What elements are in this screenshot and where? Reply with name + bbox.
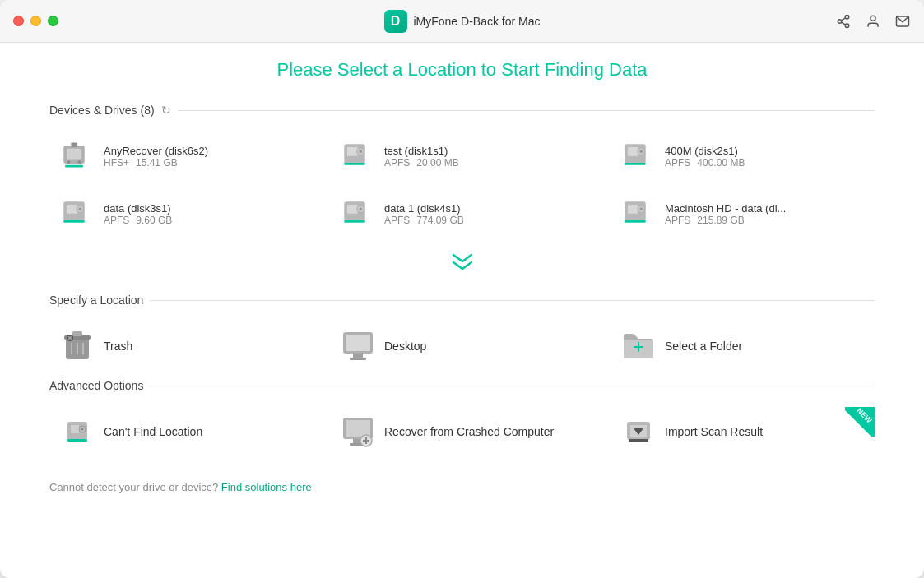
location-item-trash[interactable]: Trash	[49, 321, 313, 371]
drive-item-macintosh[interactable]: Macintosh HD - data (di... APFS 215.89 G…	[611, 189, 875, 238]
svg-rect-8	[67, 149, 81, 160]
usb-drive-icon	[58, 138, 91, 171]
drive-size: 20.00 MB	[416, 157, 458, 169]
drive-item-data[interactable]: data (disk3s1) APFS 9.60 GB	[49, 189, 313, 238]
minimize-button[interactable]	[30, 16, 41, 26]
hdd-icon	[338, 138, 371, 171]
app-icon: D	[383, 10, 406, 33]
drive-fs: HFS+	[104, 157, 129, 169]
expand-button[interactable]	[49, 247, 875, 282]
maximize-button[interactable]	[48, 16, 58, 26]
drive-name: data 1 (disk4s1)	[384, 202, 464, 215]
footer-link[interactable]: Find solutions here	[221, 481, 312, 493]
drive-icon-wrap	[338, 138, 374, 174]
folder-icon	[622, 330, 655, 363]
svg-line-3	[841, 22, 845, 25]
svg-rect-52	[638, 342, 639, 352]
drive-size: 9.60 GB	[136, 215, 172, 226]
svg-rect-19	[628, 147, 638, 156]
drive-icon-wrap	[338, 196, 374, 232]
svg-rect-24	[67, 205, 77, 214]
location-divider	[150, 300, 875, 301]
svg-rect-57	[67, 439, 87, 442]
drive-meta: APFS 20.00 MB	[384, 157, 459, 169]
svg-rect-37	[625, 220, 645, 223]
advanced-item-recover-crashed[interactable]: Recover from Crashed Computer	[330, 407, 594, 456]
svg-rect-54	[71, 425, 79, 433]
location-label-desktop: Desktop	[384, 340, 426, 353]
advanced-section-header: Advanced Options	[49, 379, 875, 392]
drive-name: AnyRecover (disk6s2)	[104, 145, 208, 157]
drive-meta: APFS 400.00 MB	[665, 157, 745, 169]
drive-size: 400.00 MB	[697, 157, 745, 169]
footer: Cannot detect your drive or device? Find…	[49, 481, 875, 502]
desktop-icon	[341, 330, 374, 363]
drive-name: test (disk1s1)	[384, 145, 459, 157]
advanced-item-cant-find[interactable]: Can't Find Location	[49, 407, 313, 456]
drive-fs: APFS	[665, 157, 690, 169]
mail-icon[interactable]	[894, 13, 911, 30]
svg-point-36	[639, 208, 643, 211]
drive-info-data1: data 1 (disk4s1) APFS 774.09 GB	[384, 202, 464, 226]
drive-item-400m[interactable]: 400M (disk2s1) APFS 400.00 MB	[611, 132, 875, 181]
advanced-grid: Can't Find Location Recover from Crashe	[49, 407, 875, 456]
svg-rect-22	[625, 163, 645, 165]
recover-crashed-icon	[341, 415, 374, 448]
svg-rect-32	[344, 220, 364, 223]
drive-name: 400M (disk2s1)	[665, 145, 745, 157]
svg-rect-9	[71, 142, 77, 146]
drive-fs: APFS	[384, 215, 410, 226]
import-scan-label: Import Scan Result	[665, 425, 763, 438]
recover-crashed-label: Recover from Crashed Computer	[384, 425, 554, 438]
trash-icon	[61, 330, 94, 363]
svg-point-31	[359, 208, 362, 211]
svg-point-1	[838, 19, 842, 23]
refresh-icon[interactable]: ↻	[161, 104, 171, 117]
svg-point-21	[639, 150, 643, 154]
svg-point-11	[78, 160, 81, 164]
location-label-trash: Trash	[104, 340, 132, 353]
drive-info-anyrecover: AnyRecover (disk6s2) HFS+ 15.41 GB	[104, 145, 208, 169]
hdd-icon	[619, 196, 652, 229]
drive-item-anyrecover[interactable]: AnyRecover (disk6s2) HFS+ 15.41 GB	[49, 132, 313, 181]
user-icon[interactable]	[865, 13, 881, 30]
advanced-section-title: Advanced Options	[49, 379, 143, 392]
svg-rect-48	[346, 335, 370, 351]
svg-point-10	[67, 160, 71, 164]
drive-fs: APFS	[665, 215, 690, 226]
drive-icon-wrap	[58, 138, 94, 174]
drives-grid: AnyRecover (disk6s2) HFS+ 15.41 GB	[49, 132, 875, 238]
close-button[interactable]	[13, 16, 24, 26]
drive-name: Macintosh HD - data (di...	[665, 202, 786, 215]
advanced-item-import-scan[interactable]: Import Scan Result NEW	[611, 407, 875, 456]
devices-section-header: Devices & Drives (8) ↻	[49, 104, 875, 117]
drive-info-macintosh: Macintosh HD - data (di... APFS 215.89 G…	[665, 202, 786, 226]
share-icon[interactable]	[835, 13, 852, 30]
svg-point-56	[81, 428, 84, 431]
drive-info-test: test (disk1s1) APFS 20.00 MB	[384, 145, 459, 169]
new-badge: NEW	[845, 407, 875, 437]
svg-rect-34	[628, 205, 638, 214]
svg-rect-14	[347, 147, 358, 156]
location-item-desktop[interactable]: Desktop	[330, 321, 594, 371]
svg-rect-49	[353, 354, 363, 358]
footer-text: Cannot detect your drive or device?	[49, 481, 218, 493]
drive-size: 215.89 GB	[697, 215, 744, 226]
svg-point-16	[359, 150, 362, 154]
drive-item-test[interactable]: test (disk1s1) APFS 20.00 MB	[330, 132, 594, 181]
drive-icon-wrap	[58, 196, 94, 232]
location-item-select-folder[interactable]: Select a Folder	[611, 321, 875, 371]
titlebar: D iMyFone D-Back for Mac	[0, 0, 924, 43]
svg-point-5	[871, 16, 875, 21]
content-area: Please Select a Location to Start Findin…	[0, 43, 924, 578]
advanced-divider	[150, 386, 875, 386]
cant-find-icon	[61, 415, 94, 448]
drive-meta: APFS 774.09 GB	[384, 215, 464, 226]
import-scan-icon	[622, 415, 655, 448]
traffic-lights	[13, 16, 58, 26]
drive-item-data1[interactable]: data 1 (disk4s1) APFS 774.09 GB	[330, 189, 594, 238]
svg-point-0	[845, 15, 849, 19]
page-heading: Please Select a Location to Start Findin…	[49, 59, 875, 81]
drive-fs: APFS	[384, 157, 410, 169]
drive-size: 774.09 GB	[416, 215, 463, 226]
